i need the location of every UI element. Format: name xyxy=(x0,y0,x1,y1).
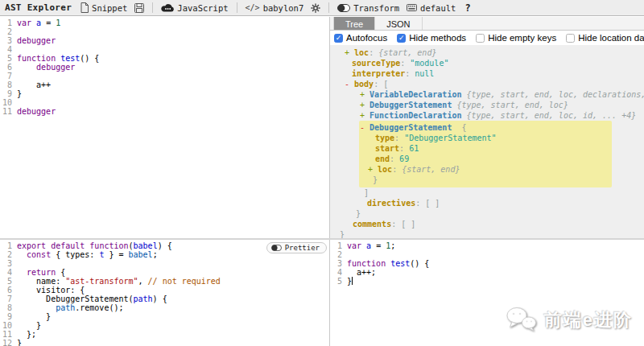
expand-icon[interactable]: + xyxy=(345,48,349,57)
tree-node[interactable]: + loc: {start, end} xyxy=(359,164,612,175)
tree-node[interactable]: + FunctionDeclaration {type, start, end,… xyxy=(330,110,644,121)
code-text: } xyxy=(17,312,51,321)
token xyxy=(17,250,27,259)
expand-icon[interactable]: + xyxy=(360,90,365,99)
code-line: 3function test() { xyxy=(330,259,644,268)
tab-tree[interactable]: Tree xyxy=(333,17,375,30)
token: return xyxy=(27,268,56,277)
line-number: 4 xyxy=(0,45,12,54)
tab-json[interactable]: JSON xyxy=(375,17,422,30)
snippet-file-icon xyxy=(80,2,89,13)
ast-panel: TreeJSON ✓Autofocus✓Hide methodsHide emp… xyxy=(330,17,644,238)
code-line: 1var a = 1 xyxy=(0,19,329,27)
token: .remove(); xyxy=(75,303,123,312)
line-number: 2 xyxy=(0,27,12,36)
option-label: Autofocus xyxy=(346,33,387,43)
expand-icon[interactable]: + xyxy=(360,101,365,109)
toolbar: AST Explorer Snippet JavaScript </> baby… xyxy=(0,0,644,16)
tree-key: sourceType xyxy=(352,59,400,68)
line-number: 3 xyxy=(0,259,12,268)
source-editor[interactable]: 1var a = 123debugger45function test() {6… xyxy=(0,17,329,238)
checkbox[interactable] xyxy=(476,34,485,43)
code-line: 2 xyxy=(330,250,644,259)
tree-pu: : [ ] xyxy=(415,199,440,208)
token: ) { xyxy=(158,241,172,250)
option-autofocus[interactable]: ✓Autofocus xyxy=(334,33,387,43)
parser-button[interactable]: </> babylon7 xyxy=(244,3,306,13)
code-line: 6 visitor: { xyxy=(0,286,329,295)
tree-val: 61 xyxy=(409,144,419,153)
tree-node[interactable]: - DebuggerStatement { xyxy=(359,122,612,133)
cloud-icon xyxy=(161,3,174,12)
tree-pu: : xyxy=(392,165,402,174)
tree-node[interactable]: - body: [ xyxy=(330,79,644,89)
tree-key: loc xyxy=(354,48,369,57)
expand-icon[interactable]: + xyxy=(368,165,373,174)
token: debugger xyxy=(17,36,56,45)
token: babel xyxy=(129,250,153,259)
parser-label: babylon7 xyxy=(263,3,304,13)
ast-tabbar: TreeJSON xyxy=(330,17,644,31)
line-number: 11 xyxy=(0,107,12,116)
code-text: visitor: { xyxy=(17,286,85,295)
option-hide-empty-keys[interactable]: Hide empty keys xyxy=(476,33,556,43)
tree-pu: } xyxy=(373,175,378,184)
option-hide-methods[interactable]: ✓Hide methods xyxy=(397,33,466,43)
transform-plugin-button[interactable]: default xyxy=(405,3,457,13)
tree-node[interactable]: start: 61 xyxy=(359,143,612,154)
option-hide-location-data[interactable]: Hide location data xyxy=(566,33,644,43)
tree-key: end xyxy=(375,154,390,163)
tree-pre: {start, end} xyxy=(402,165,460,174)
collapse-icon[interactable]: - xyxy=(345,80,349,89)
code-text: }; xyxy=(17,330,36,339)
option-label: Hide location data xyxy=(578,33,644,43)
transform-label: Transform xyxy=(353,3,399,13)
token xyxy=(17,303,56,312)
checkbox[interactable] xyxy=(566,34,575,43)
tree-pu: } xyxy=(356,209,361,218)
tree-key: type xyxy=(375,134,394,142)
tree-node[interactable]: type: "DebuggerStatement" xyxy=(359,133,612,143)
code-line: 8 a++ xyxy=(0,80,329,89)
tree-node[interactable]: + DebuggerStatement {type, start, end, l… xyxy=(330,100,644,110)
parser-settings-button[interactable] xyxy=(309,3,322,13)
tree-node[interactable]: sourceType: "module" xyxy=(330,58,644,68)
tree-node[interactable]: + VariableDeclaration {type, start, end,… xyxy=(330,89,644,100)
save-button[interactable] xyxy=(133,3,146,13)
expand-icon[interactable]: + xyxy=(360,111,365,120)
token: } xyxy=(17,312,51,321)
tree-node[interactable]: comments: [ ] xyxy=(330,219,644,229)
transform-editor[interactable]: Prettier 1export default function(babel)… xyxy=(0,240,329,346)
collapse-icon[interactable]: - xyxy=(360,123,365,132)
snippet-button[interactable]: Snippet xyxy=(79,2,129,13)
token: babel xyxy=(134,241,158,250)
tree-pre: {type, start, end, loc} xyxy=(452,101,568,109)
code-line: 4 xyxy=(0,45,329,54)
tree-node[interactable]: end: 69 xyxy=(359,154,612,164)
toggle-icon xyxy=(271,245,282,251)
tree-key: loc xyxy=(378,165,392,174)
prettier-toggle[interactable]: Prettier xyxy=(266,242,327,253)
help-button[interactable]: ? xyxy=(461,2,473,14)
tree-pu: ] xyxy=(364,188,369,197)
language-button[interactable]: JavaScript xyxy=(159,3,229,13)
token: const xyxy=(27,250,51,259)
tree-node[interactable]: interpreter: null xyxy=(330,68,644,79)
tree-node[interactable]: + loc: {start, end} xyxy=(330,47,644,58)
plugin-label: default xyxy=(420,3,456,13)
token: } xyxy=(17,321,41,330)
checkbox[interactable]: ✓ xyxy=(334,34,343,43)
token: }; xyxy=(17,330,36,339)
tree-node[interactable]: directives: [ ] xyxy=(330,198,644,208)
token: () { xyxy=(410,259,429,268)
transform-toggle[interactable]: Transform xyxy=(336,3,401,13)
code-brackets-icon: </> xyxy=(246,3,260,12)
checkbox[interactable]: ✓ xyxy=(397,34,406,43)
token: path xyxy=(56,303,75,312)
code-line: 3debugger xyxy=(0,36,329,45)
output-editor[interactable]: 1var a = 1;23function test() {4 a++;5} xyxy=(330,240,644,346)
toolbar-separator xyxy=(237,2,237,13)
code-text: function test() { xyxy=(347,259,429,268)
token: var xyxy=(17,19,31,27)
line-number: 11 xyxy=(0,330,12,339)
